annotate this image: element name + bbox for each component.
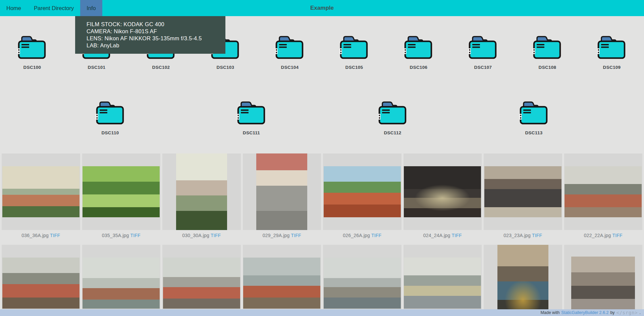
info-line: LENS: Nikon AF NIKKOR 35-135mm f/3.5-4.5: [87, 35, 222, 42]
info-line: LAB: AnyLab: [87, 42, 222, 49]
photo-castle-hill-with-cathedral-spires-and-red-roofs: [2, 258, 79, 309]
folder-label: DSC105: [345, 65, 363, 70]
photo-035_35A.jpg: [83, 166, 160, 217]
footer-by-text: by: [610, 310, 614, 315]
photo-thumbnail[interactable]: [82, 153, 161, 230]
tiff-link[interactable]: TIFF: [130, 233, 140, 238]
photo-thumbnail[interactable]: [323, 245, 401, 316]
folder-dsc111[interactable]: DSC111: [181, 100, 322, 135]
folder-icon: [468, 35, 498, 59]
thumb-item: [323, 245, 401, 316]
thumb-item: 022_22A.jpg TIFF: [564, 153, 643, 245]
nav-item-parent-directory[interactable]: Parent Directory: [28, 0, 80, 16]
photo-024_24A.jpg: [404, 166, 481, 217]
folder-dsc108[interactable]: DSC108: [515, 35, 580, 70]
nav-item-home[interactable]: Home: [0, 0, 28, 16]
photo-thumbnail[interactable]: [323, 153, 401, 230]
thumb-item: 026_26A.jpg TIFF: [323, 153, 401, 245]
photo-thumbnail[interactable]: [404, 245, 482, 316]
thumb-caption: 022_22A.jpg TIFF: [564, 230, 643, 245]
folder-icon: [378, 100, 408, 125]
gallery-row-2: [0, 245, 644, 316]
folder-label: DSC103: [217, 65, 234, 70]
photo-thumbnail[interactable]: [2, 245, 80, 316]
photo-thumbnail[interactable]: [162, 153, 241, 230]
footer-bar: Made with StaticGalleryBuilder 2.6.2 by …: [0, 309, 644, 316]
thumb-caption: 036_36A.jpg TIFF: [2, 230, 80, 245]
folder-icon: [339, 35, 369, 59]
folder-dsc105[interactable]: DSC105: [322, 35, 386, 70]
folder-label: DSC104: [281, 65, 299, 70]
photo-thumbnail[interactable]: [162, 245, 241, 316]
folder-dsc112[interactable]: DSC112: [322, 100, 463, 135]
gallery-row-1: 036_36A.jpg TIFF035_35A.jpg TIFF030_30A.…: [0, 153, 644, 245]
folder-label: DSC108: [539, 65, 556, 70]
folder-dsc106[interactable]: DSC106: [386, 35, 451, 70]
info-dropdown-panel: FILM STOCK: KODAK GC 400CAMERA: Nikon F-…: [75, 16, 225, 54]
tiff-link[interactable]: TIFF: [451, 233, 462, 238]
tiff-link[interactable]: TIFF: [371, 233, 381, 238]
footer-builder-link[interactable]: StaticGalleryBuilder 2.6.2: [561, 310, 608, 315]
folder-dsc113[interactable]: DSC113: [463, 100, 604, 135]
folder-icon: [17, 35, 47, 59]
photo-thumbnail[interactable]: [564, 153, 643, 230]
folder-row-2: DSC110 DSC111 DSC112 DSC113: [0, 100, 644, 135]
info-line: CAMERA: Nikon F-801S AF: [87, 28, 222, 35]
folder-label: DSC111: [243, 130, 260, 135]
tiff-link[interactable]: TIFF: [532, 233, 542, 238]
photo-thumbnail[interactable]: [484, 153, 562, 230]
folder-label: DSC106: [410, 65, 428, 70]
folder-label: DSC113: [525, 130, 542, 135]
photo-hazy-river-city-panorama: [83, 258, 160, 309]
thumb-caption: 023_23A.jpg TIFF: [484, 230, 562, 245]
thumb-item: 036_36A.jpg TIFF: [2, 153, 80, 245]
info-line: FILM STOCK: KODAK GC 400: [87, 21, 222, 28]
thumb-caption: 024_24A.jpg TIFF: [404, 230, 482, 245]
tiff-link[interactable]: TIFF: [612, 233, 622, 238]
tiff-link[interactable]: TIFF: [291, 233, 301, 238]
footer-brand-logo[interactable]: </srgn>: [616, 310, 638, 315]
thumb-caption: 026_26A.jpg TIFF: [323, 230, 401, 245]
tiff-link[interactable]: TIFF: [50, 233, 60, 238]
folder-icon: [404, 35, 433, 59]
folder-icon: [237, 100, 266, 125]
folder-label: DSC109: [603, 65, 621, 70]
photo-036_36A.jpg: [2, 166, 79, 217]
photo-thumbnail[interactable]: [243, 153, 321, 230]
folder-dsc110[interactable]: DSC110: [40, 100, 181, 135]
thumb-item: 023_23A.jpg TIFF: [484, 153, 562, 245]
tiff-link[interactable]: TIFF: [211, 233, 221, 238]
thumb-caption: 030_30A.jpg TIFF: [162, 230, 241, 245]
photo-thumbnail[interactable]: [2, 153, 80, 230]
folder-dsc109[interactable]: DSC109: [580, 35, 644, 70]
gallery-section: 036_36A.jpg TIFF035_35A.jpg TIFF030_30A.…: [0, 153, 644, 316]
thumb-filename: 029_29A.jpg: [263, 233, 290, 238]
photo-030_30A.jpg: [176, 153, 227, 230]
folder-dsc100[interactable]: DSC100: [0, 35, 64, 70]
folder-dsc104[interactable]: DSC104: [258, 35, 322, 70]
photo-thumbnail[interactable]: [564, 245, 643, 316]
footer-made-with-text: Made with: [540, 310, 559, 315]
main-content: DSC100 DSC101 DSC102 DSC103 DSC104: [0, 16, 644, 316]
thumb-filename: 024_24A.jpg: [423, 233, 450, 238]
folder-dsc107[interactable]: DSC107: [451, 35, 515, 70]
thumb-filename: 022_22A.jpg: [584, 233, 611, 238]
folder-label: DSC102: [152, 65, 170, 70]
thumb-caption: 035_35A.jpg TIFF: [82, 230, 161, 245]
photo-026_26A.jpg: [324, 166, 401, 217]
folder-icon: [533, 35, 562, 59]
nav-item-info[interactable]: Info: [80, 0, 102, 16]
photo-thumbnail[interactable]: [484, 245, 562, 316]
photo-thumbnail[interactable]: [82, 245, 161, 316]
folder-label: DSC101: [88, 65, 106, 70]
photo-old-town-street-with-crowd: [571, 257, 635, 310]
photo-thumbnail[interactable]: [243, 245, 321, 316]
thumb-caption: 029_29A.jpg TIFF: [243, 230, 321, 245]
nav-items: HomeParent DirectoryInfo: [0, 0, 102, 16]
folder-label: DSC112: [384, 130, 401, 135]
photo-city-panorama-with-bridge-and-towers: [163, 258, 240, 309]
photo-bridge-statue-over-river-with-boat: [324, 258, 401, 309]
folder-label: DSC107: [474, 65, 492, 70]
photo-thumbnail[interactable]: [404, 153, 482, 230]
thumb-item: 024_24A.jpg TIFF: [404, 153, 482, 245]
